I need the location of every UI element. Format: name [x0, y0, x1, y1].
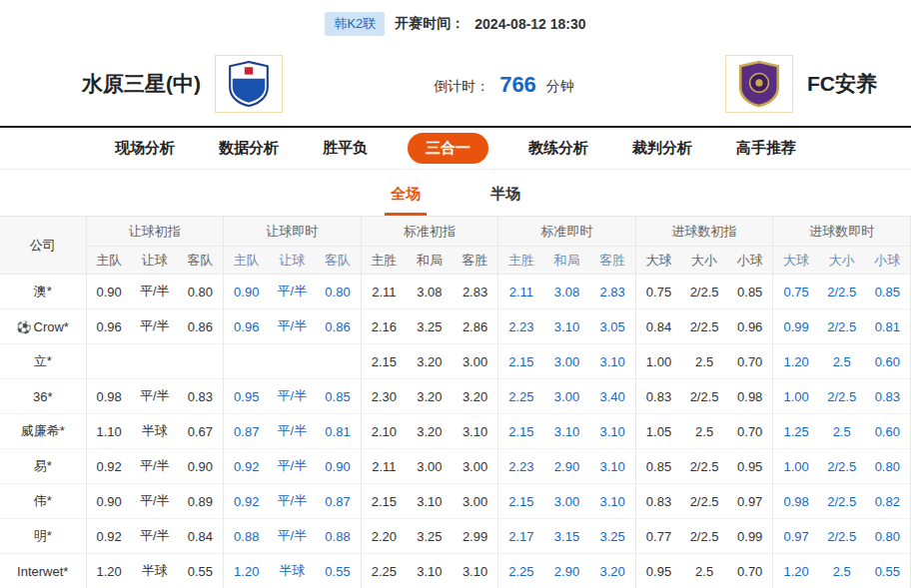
- odds-cell: 0.84: [635, 309, 681, 344]
- odds-cell: 3.25: [407, 519, 453, 554]
- odds-cell: [269, 344, 315, 379]
- company-cell[interactable]: 36*: [0, 379, 86, 414]
- odds-cell: 2.11: [361, 449, 407, 484]
- odds-cell: 2/2.5: [819, 309, 865, 344]
- company-cell[interactable]: 明*: [0, 519, 86, 554]
- odds-cell: 2.20: [361, 519, 407, 554]
- odds-cell: 3.15: [544, 519, 590, 554]
- odds-cell: 0.95: [727, 449, 773, 484]
- odds-cell: 2/2.5: [681, 484, 727, 519]
- nav-tab-0[interactable]: 现场分析: [111, 133, 179, 164]
- odds-cell: 0.55: [315, 554, 361, 588]
- odds-cell: 平/半: [132, 449, 178, 484]
- odds-cell: 0.90: [86, 484, 132, 519]
- topbar: 韩K2联 开赛时间： 2024-08-12 18:30: [0, 0, 911, 42]
- odds-cell: 2.16: [361, 309, 407, 344]
- odds-cell: 3.10: [407, 554, 453, 588]
- company-cell[interactable]: 易*: [0, 449, 86, 484]
- company-cell[interactable]: 伟*: [0, 484, 86, 519]
- sub-header: 小球: [727, 247, 773, 275]
- odds-cell: 0.81: [865, 309, 911, 344]
- odds-cell: 3.00: [453, 344, 498, 379]
- nav-tab-4[interactable]: 教练分析: [524, 133, 592, 164]
- odds-cell: 平/半: [269, 309, 315, 344]
- odds-cell: 2.15: [498, 414, 544, 449]
- sub-header: 大小: [681, 247, 727, 275]
- odds-cell: 3.00: [544, 379, 590, 414]
- nav-tab-2[interactable]: 胜平负: [319, 133, 372, 164]
- away-team: FC安养: [725, 55, 877, 113]
- odds-cell: 2/2.5: [819, 484, 865, 519]
- odds-cell: 0.60: [865, 344, 911, 379]
- odds-cell: 0.80: [865, 449, 911, 484]
- nav-tab-3[interactable]: 三合一: [408, 133, 488, 164]
- odds-cell: 2.83: [453, 275, 498, 309]
- subtab-1[interactable]: 半场: [484, 175, 526, 216]
- odds-cell: 3.10: [589, 414, 635, 449]
- odds-cell: 0.83: [635, 379, 681, 414]
- sub-header: 大小: [819, 247, 865, 275]
- table-row: 立*2.153.203.002.153.003.101.002.50.701.2…: [0, 344, 911, 379]
- odds-cell: 1.10: [86, 414, 132, 449]
- odds-table: 公司让球初指让球即时标准初指标准即时进球数初指进球数即时主队让球客队主队让球客队…: [0, 216, 911, 588]
- odds-cell: 半球: [132, 554, 178, 588]
- company-cell[interactable]: Interwet*: [0, 554, 86, 588]
- sub-header: 大球: [635, 247, 681, 275]
- odds-cell: 0.92: [86, 519, 132, 554]
- nav-tab-1[interactable]: 数据分析: [215, 133, 283, 164]
- odds-cell: 2/2.5: [681, 309, 727, 344]
- company-cell[interactable]: 威廉希*: [0, 414, 86, 449]
- odds-cell: 0.83: [865, 379, 911, 414]
- odds-cell: 0.87: [224, 414, 270, 449]
- sub-header: 客队: [315, 247, 361, 275]
- odds-cell: 3.10: [544, 414, 590, 449]
- company-column-header: 公司: [0, 217, 86, 275]
- home-team-logo: [215, 55, 283, 113]
- odds-cell: 2.5: [819, 554, 865, 588]
- odds-cell: 3.00: [407, 449, 453, 484]
- table-row: 威廉希*1.10半球0.670.87平/半0.812.103.203.102.1…: [0, 414, 911, 449]
- odds-cell: 0.98: [773, 484, 819, 519]
- odds-cell: 2.11: [361, 275, 407, 309]
- table-row: 36*0.98平/半0.830.95平/半0.852.303.203.202.2…: [0, 379, 911, 414]
- odds-cell: 0.99: [773, 309, 819, 344]
- odds-cell: 0.77: [635, 519, 681, 554]
- odds-cell: 3.25: [407, 309, 453, 344]
- odds-cell: 3.00: [453, 484, 498, 519]
- odds-cell: 2.5: [681, 344, 727, 379]
- odds-cell: 3.10: [589, 484, 635, 519]
- odds-cell: 3.08: [544, 275, 590, 309]
- odds-cell: 0.86: [315, 309, 361, 344]
- subtab-0[interactable]: 全场: [385, 175, 427, 216]
- odds-cell: 0.70: [727, 554, 773, 588]
- odds-cell: 3.20: [407, 414, 453, 449]
- odds-cell: 3.25: [589, 519, 635, 554]
- odds-cell: 0.81: [315, 414, 361, 449]
- nav-tab-6[interactable]: 高手推荐: [732, 133, 800, 164]
- odds-cell: 0.86: [178, 309, 224, 344]
- company-name: 明*: [34, 528, 52, 543]
- countdown-unit: 分钟: [546, 78, 574, 94]
- odds-cell: 0.80: [178, 275, 224, 309]
- company-cell[interactable]: 立*: [0, 344, 86, 379]
- league-badge[interactable]: 韩K2联: [325, 12, 385, 36]
- table-row: 伟*0.90平/半0.890.92平/半0.872.153.103.002.15…: [0, 484, 911, 519]
- sub-header: 大球: [773, 247, 819, 275]
- odds-cell: 1.20: [773, 554, 819, 588]
- away-team-logo: [725, 55, 793, 113]
- odds-cell: 2.90: [544, 449, 590, 484]
- odds-cell: 0.75: [773, 275, 819, 309]
- odds-cell: 0.97: [727, 484, 773, 519]
- company-cell[interactable]: ⚽Crow*: [0, 309, 86, 344]
- odds-cell: 3.20: [453, 379, 498, 414]
- nav-tab-5[interactable]: 裁判分析: [628, 133, 696, 164]
- odds-cell: 0.89: [178, 484, 224, 519]
- odds-cell: 0.84: [178, 519, 224, 554]
- company-name: 伟*: [34, 493, 52, 508]
- company-cell[interactable]: 澳*: [0, 275, 86, 309]
- group-header-3: 标准即时: [498, 217, 636, 247]
- odds-cell: 3.00: [544, 344, 590, 379]
- sub-header: 主队: [86, 247, 132, 275]
- company-name: 立*: [34, 353, 52, 368]
- odds-cell: 0.82: [865, 484, 911, 519]
